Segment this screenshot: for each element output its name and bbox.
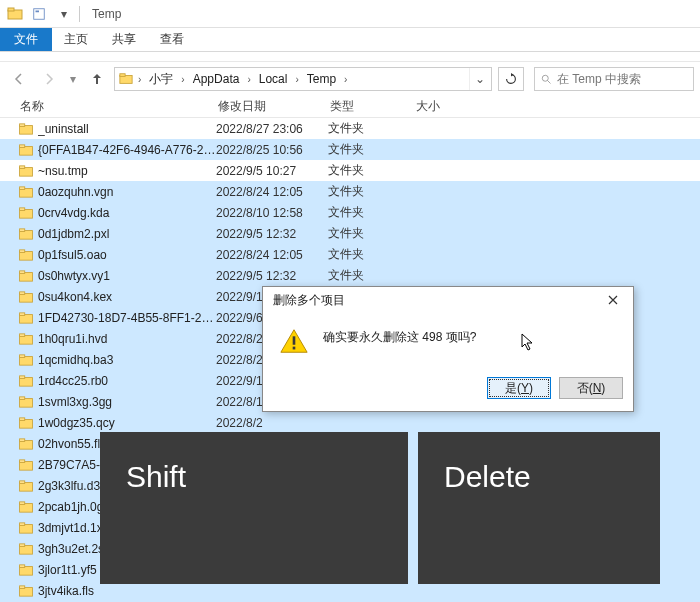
dialog-title-bar[interactable]: 删除多个项目 xyxy=(263,287,633,313)
ribbon-file-tab[interactable]: 文件 xyxy=(0,28,52,51)
svg-rect-1 xyxy=(8,8,14,11)
file-name: 1FD42730-18D7-4B55-8FF1-21CB1C9... xyxy=(38,311,216,325)
dialog-no-button[interactable]: 否(N) xyxy=(559,377,623,399)
svg-rect-22 xyxy=(20,272,33,281)
file-type: 文件夹 xyxy=(328,141,414,158)
nav-back-button[interactable] xyxy=(6,66,32,92)
svg-rect-24 xyxy=(20,293,33,302)
dialog-yes-button[interactable]: 是(Y) xyxy=(487,377,551,399)
column-header-type[interactable]: 类型 xyxy=(328,98,414,115)
title-bar: ▾ Temp xyxy=(0,0,700,28)
key-overlay-delete-label: Delete xyxy=(444,460,531,494)
svg-line-7 xyxy=(548,81,551,84)
column-header-size[interactable]: 大小 xyxy=(414,98,474,115)
breadcrumb-seg-0[interactable]: 小宇› xyxy=(144,68,187,90)
dialog-message: 确实要永久删除这 498 项吗? xyxy=(323,327,476,346)
refresh-button[interactable] xyxy=(498,67,524,91)
file-name: 1rd4cc25.rb0 xyxy=(38,374,216,388)
svg-rect-11 xyxy=(20,144,25,147)
svg-rect-9 xyxy=(20,123,25,126)
file-name: 0crv4vdg.kda xyxy=(38,206,216,220)
file-name: ~nsu.tmp xyxy=(38,164,216,178)
svg-rect-26 xyxy=(20,314,33,323)
search-box[interactable]: 在 Temp 中搜索 xyxy=(534,67,694,91)
folder-icon xyxy=(18,163,34,179)
folder-icon xyxy=(18,310,34,326)
search-icon xyxy=(539,73,553,85)
folder-icon xyxy=(18,583,34,599)
table-row[interactable]: 0p1fsul5.oao2022/8/24 12:05文件夹 xyxy=(0,244,700,265)
folder-window-icon xyxy=(6,5,24,23)
nav-recent-dropdown[interactable]: ▾ xyxy=(66,66,80,92)
table-row[interactable]: 0crv4vdg.kda2022/8/10 12:58文件夹 xyxy=(0,202,700,223)
file-name: 0p1fsul5.oao xyxy=(38,248,216,262)
file-name: 1h0qru1i.hvd xyxy=(38,332,216,346)
table-row[interactable]: 0d1jdbm2.pxl2022/9/5 12:32文件夹 xyxy=(0,223,700,244)
folder-icon xyxy=(18,205,34,221)
file-type: 文件夹 xyxy=(328,246,414,263)
address-history-dropdown[interactable]: ⌄ xyxy=(469,68,489,90)
folder-icon xyxy=(18,415,34,431)
folder-icon xyxy=(18,478,34,494)
folder-icon xyxy=(18,499,34,515)
delete-confirm-dialog: 删除多个项目 确实要永久删除这 498 项吗? 是(Y) 否(N) xyxy=(262,286,634,412)
table-row[interactable]: {0FFA1B47-42F6-4946-A776-2CA55EC...2022/… xyxy=(0,139,700,160)
folder-icon xyxy=(18,373,34,389)
breadcrumb-seg-1[interactable]: AppData› xyxy=(188,68,254,90)
svg-rect-13 xyxy=(20,165,25,168)
key-overlay-delete: Delete xyxy=(418,432,660,584)
qat-properties-icon[interactable] xyxy=(28,3,50,25)
file-name: 0d1jdbm2.pxl xyxy=(38,227,216,241)
nav-forward-button[interactable] xyxy=(36,66,62,92)
qat-dropdown-icon[interactable]: ▾ xyxy=(53,3,75,25)
ribbon-tabs: 文件 主页 共享 查看 xyxy=(0,28,700,52)
ribbon-tab-view[interactable]: 查看 xyxy=(148,28,196,51)
file-type: 文件夹 xyxy=(328,183,414,200)
folder-icon xyxy=(18,352,34,368)
file-date: 2022/8/10 12:58 xyxy=(216,206,328,220)
column-header-name[interactable]: 名称 xyxy=(18,98,216,115)
svg-rect-34 xyxy=(20,398,33,407)
address-folder-icon xyxy=(117,72,135,86)
table-row[interactable]: ~nsu.tmp2022/9/5 10:27文件夹 xyxy=(0,160,700,181)
svg-rect-37 xyxy=(20,417,25,420)
svg-rect-14 xyxy=(20,188,33,197)
column-header-date[interactable]: 修改日期 xyxy=(216,98,328,115)
svg-rect-38 xyxy=(20,440,33,449)
folder-icon xyxy=(18,121,34,137)
svg-rect-49 xyxy=(20,543,25,546)
table-row[interactable]: 0s0hwtyx.vy12022/9/5 12:32文件夹 xyxy=(0,265,700,286)
folder-icon xyxy=(18,457,34,473)
svg-rect-36 xyxy=(20,419,33,428)
table-row[interactable]: 1w0dgz35.qcy2022/8/2 xyxy=(0,412,700,433)
file-type: 文件夹 xyxy=(328,267,414,284)
column-headers: 名称 修改日期 类型 大小 xyxy=(0,96,700,118)
file-name: 1w0dgz35.qcy xyxy=(38,416,216,430)
file-date: 2022/8/25 10:56 xyxy=(216,143,328,157)
svg-rect-40 xyxy=(20,461,33,470)
file-type: 文件夹 xyxy=(328,162,414,179)
svg-rect-30 xyxy=(20,356,33,365)
file-type: 文件夹 xyxy=(328,225,414,242)
svg-rect-33 xyxy=(20,375,25,378)
breadcrumb-seg-3[interactable]: Temp› xyxy=(302,68,351,90)
address-bar[interactable]: › 小宇› AppData› Local› Temp› ⌄ xyxy=(114,67,492,91)
svg-rect-45 xyxy=(20,501,25,504)
ribbon-tab-home[interactable]: 主页 xyxy=(52,28,100,51)
svg-rect-42 xyxy=(20,482,33,491)
file-name: _uninstall xyxy=(38,122,216,136)
table-row[interactable]: _uninstall2022/8/27 23:06文件夹 xyxy=(0,118,700,139)
breadcrumb-root-chevron[interactable]: › xyxy=(135,68,144,90)
navigation-bar: ▾ › 小宇› AppData› Local› Temp› ⌄ 在 Temp 中… xyxy=(0,62,700,96)
nav-up-button[interactable] xyxy=(84,66,110,92)
svg-rect-43 xyxy=(20,480,25,483)
dialog-close-button[interactable] xyxy=(599,290,627,310)
svg-rect-2 xyxy=(34,8,45,19)
svg-rect-20 xyxy=(20,251,33,260)
svg-rect-25 xyxy=(20,291,25,294)
search-placeholder: 在 Temp 中搜索 xyxy=(557,71,641,88)
ribbon-tab-share[interactable]: 共享 xyxy=(100,28,148,51)
table-row[interactable]: 0aozquhn.vgn2022/8/24 12:05文件夹 xyxy=(0,181,700,202)
svg-rect-35 xyxy=(20,396,25,399)
breadcrumb-seg-2[interactable]: Local› xyxy=(254,68,302,90)
